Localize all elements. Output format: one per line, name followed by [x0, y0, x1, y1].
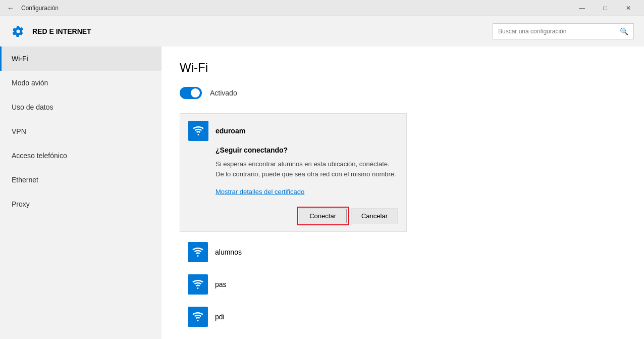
settings-icon	[10, 23, 26, 39]
wifi-icon-eduroam	[188, 121, 208, 141]
content-area: Wi-Fi Activado eduroam ¿Seguir conectand…	[162, 46, 644, 339]
dialog-actions: Conectar Cancelar	[180, 204, 406, 231]
network-pdi[interactable]: pdi	[180, 301, 407, 333]
search-icon: 🔍	[620, 27, 628, 35]
network-alumnos[interactable]: alumnos	[180, 236, 407, 268]
page-title: RED E INTERNET	[32, 27, 493, 35]
sidebar-item-label: VPN	[12, 127, 26, 135]
sidebar-item-modo-avion[interactable]: Modo avión	[0, 71, 162, 95]
wifi-icon-alumnos	[188, 242, 208, 262]
sidebar-item-label: Ethernet	[12, 176, 38, 184]
alumnos-name: alumnos	[215, 248, 242, 256]
eduroam-dialog: eduroam ¿Seguir conectando? Si esperas e…	[180, 113, 407, 232]
connect-button[interactable]: Conectar	[299, 209, 347, 223]
sidebar-item-wifi[interactable]: Wi-Fi	[0, 46, 162, 71]
pas-name: pas	[215, 280, 227, 288]
toggle-knob	[191, 88, 200, 98]
sidebar: Wi-Fi Modo avión Uso de datos VPN Acceso…	[0, 46, 162, 339]
dialog-question: ¿Seguir conectando?	[180, 146, 406, 159]
sidebar-item-label: Proxy	[12, 200, 30, 208]
titlebar: ← Configuración — □ ✕	[0, 0, 644, 16]
sidebar-item-ethernet[interactable]: Ethernet	[0, 168, 162, 192]
sidebar-item-label: Wi-Fi	[12, 55, 28, 63]
sidebar-item-proxy[interactable]: Proxy	[0, 192, 162, 216]
close-button[interactable]: ✕	[617, 0, 640, 16]
toggle-label: Activado	[210, 89, 237, 97]
network-pas[interactable]: pas	[180, 268, 407, 301]
wifi-toggle[interactable]	[180, 87, 202, 99]
cancel-button[interactable]: Cancelar	[351, 209, 398, 223]
sidebar-item-label: Modo avión	[12, 79, 48, 87]
pdi-name: pdi	[215, 313, 225, 321]
content-title: Wi-Fi	[180, 61, 626, 75]
search-input[interactable]	[498, 28, 616, 35]
eduroam-name: eduroam	[216, 127, 245, 135]
search-box[interactable]: 🔍	[493, 23, 634, 39]
wifi-toggle-row: Activado	[180, 87, 626, 99]
sidebar-item-label: Acceso telefónico	[12, 152, 67, 160]
window-title: Configuración	[21, 5, 570, 12]
minimize-button[interactable]: —	[570, 0, 594, 16]
wifi-icon-pas	[188, 274, 208, 295]
page-header: RED E INTERNET 🔍	[0, 16, 644, 46]
sidebar-item-uso-datos[interactable]: Uso de datos	[0, 95, 162, 119]
sidebar-item-label: Uso de datos	[12, 103, 53, 111]
main-layout: Wi-Fi Modo avión Uso de datos VPN Acceso…	[0, 46, 644, 339]
wifi-icon-pdi	[188, 307, 208, 327]
sidebar-item-vpn[interactable]: VPN	[0, 119, 162, 143]
sidebar-item-acceso-telefonico[interactable]: Acceso telefónico	[0, 143, 162, 168]
back-button[interactable]: ←	[4, 3, 17, 13]
certificate-details-link[interactable]: Mostrar detalles del certificado	[180, 184, 406, 204]
dialog-body: Si esperas encontrar alumnos en esta ubi…	[180, 159, 406, 184]
dialog-header: eduroam	[180, 114, 406, 146]
maximize-button[interactable]: □	[594, 0, 617, 16]
window-controls: — □ ✕	[570, 0, 640, 16]
